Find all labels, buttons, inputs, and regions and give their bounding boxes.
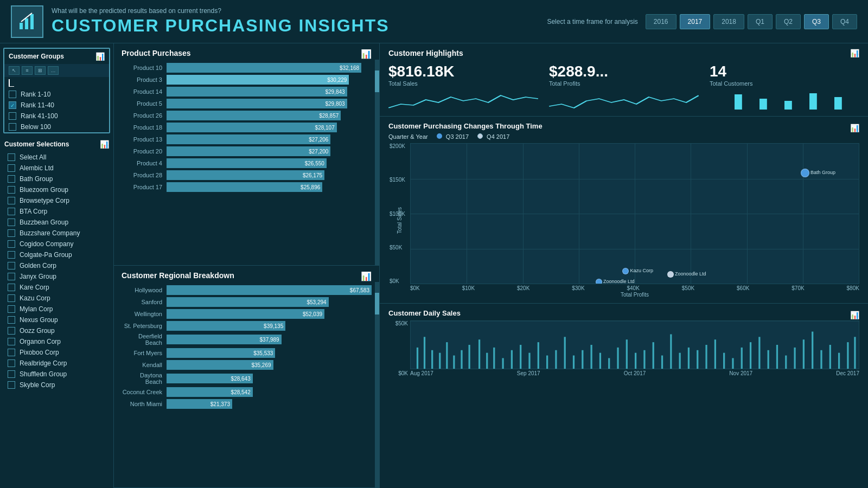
svg-rect-36 [635,353,636,369]
group-below100-item[interactable]: Below 100 [4,121,109,132]
select-all-checkbox[interactable] [8,153,15,161]
product-scrollbar[interactable] [375,60,379,265]
customer-bluezoom-item[interactable]: Bluezoom Group [3,184,110,195]
customer-alembic-checkbox[interactable] [8,164,15,172]
customer-buzzbean-checkbox[interactable] [8,219,15,226]
q4-button[interactable]: Q4 [832,14,857,29]
sidebar: Customer Groups 📊 ↖ ≡ ⊞ … Rank 1-10 Rank… [0,43,114,488]
group-rank41-item[interactable]: Rank 41-100 [4,111,109,121]
customer-skyble-checkbox[interactable] [8,381,15,389]
group-rank41-checkbox[interactable] [9,112,16,120]
customer-bath-item[interactable]: Bath Group [3,174,110,184]
select-all-item[interactable]: Select All [3,152,110,163]
header-title: CUSTOMER PURCHASING INSIGHTS [52,16,547,36]
q3-button[interactable]: Q3 [804,14,829,29]
regional-bar-track: $37,989 [167,335,372,344]
regional-bar-row: Sanford $53,294 [122,297,372,307]
customer-browsetype-checkbox[interactable] [8,197,15,204]
product-purchases-panel: Product Purchases 📊 Product 10 $32,168 P… [114,43,379,266]
customer-bath-label: Bath Group [20,175,53,183]
group-below100-checkbox[interactable] [9,123,16,131]
regional-bar-row: Daytona Beach $28,643 [122,372,372,385]
customer-browsetype-label: Browsetype Corp [20,197,69,204]
group-rank11-item[interactable]: Rank 11-40 [4,100,109,111]
customer-buzzbean-label: Buzzbean Group [20,219,68,226]
product-bar-value: $26,175 [303,172,322,178]
q2-button[interactable]: Q2 [776,14,801,29]
q1-button[interactable]: Q1 [748,14,773,29]
product-scrollbar-thumb[interactable] [375,70,379,92]
product-bar-row: Product 20 $27,200 [122,146,372,156]
customer-pixoboo-item[interactable]: Pixoboo Corp [3,347,110,358]
customer-nexus-checkbox[interactable] [8,316,15,324]
group-rank1-item[interactable]: Rank 1-10 [4,89,109,100]
x-30k: $30K [572,285,584,291]
customer-cogidoo-item[interactable]: Cogidoo Company [3,239,110,249]
customer-kare-item[interactable]: Kare Corp [3,282,110,293]
scatter-dot [667,271,674,278]
year-2016-button[interactable]: 2016 [646,14,676,29]
more-tool[interactable]: … [48,66,59,75]
customer-groups-section: Customer Groups 📊 ↖ ≡ ⊞ … Rank 1-10 Rank… [3,48,110,133]
group-rank11-checkbox[interactable] [9,101,16,109]
customer-colgate-checkbox[interactable] [8,251,15,259]
customer-golden-checkbox[interactable] [8,262,15,269]
customer-pixoboo-checkbox[interactable] [8,349,15,356]
daily-chart-container: $50K $0K [388,320,859,376]
customer-cogidoo-checkbox[interactable] [8,240,15,248]
customer-shuffledn-checkbox[interactable] [8,370,15,378]
customer-bta-item[interactable]: BTA Corp [3,206,110,217]
customer-mylan-item[interactable]: Mylan Corp [3,304,110,314]
customer-organon-checkbox[interactable] [8,338,15,345]
q4-legend: Q4 2017 [477,133,509,140]
customer-browsetype-item[interactable]: Browsetype Corp [3,195,110,206]
customer-alembic-item[interactable]: Alembic Ltd [3,163,110,174]
cursor-row [4,77,109,89]
scatter-chart-inner: $200K $150K $100K $50K $0K [410,143,859,298]
customer-realbridge-item[interactable]: Realbridge Corp [3,358,110,369]
customer-skyble-item[interactable]: Skyble Corp [3,380,110,390]
customer-bath-checkbox[interactable] [8,175,15,183]
customer-mylan-checkbox[interactable] [8,305,15,313]
customer-kazu-checkbox[interactable] [8,294,15,302]
product-bar-row: Product 4 $26,550 [122,158,372,168]
kpi-total-profits: $288.9... Total Profits [549,63,699,111]
customer-golden-item[interactable]: Golden Corp [3,260,110,271]
product-bar-fill: $29,803 [167,99,347,108]
regional-bar-track: $21,373 [167,399,372,409]
cursor-tool[interactable]: ↖ [9,66,20,75]
customer-janyx-checkbox[interactable] [8,273,15,280]
customer-nexus-item[interactable]: Nexus Group [3,314,110,325]
customer-shuffledn-item[interactable]: Shuffledn Group [3,369,110,380]
customer-oozz-item[interactable]: Oozz Group [3,325,110,336]
year-2018-button[interactable]: 2018 [713,14,744,29]
customer-buzzshare-checkbox[interactable] [8,229,15,237]
product-bar-track: $29,803 [167,99,372,108]
x-10k: $10K [462,285,475,291]
customer-oozz-checkbox[interactable] [8,327,15,335]
regional-scrollbar-thumb[interactable] [375,293,379,314]
customer-colgate-item[interactable]: Colgate-Pa Group [3,249,110,260]
eraser-tool[interactable]: ≡ [22,66,33,75]
regional-bar-label: Wellington [122,311,162,317]
customer-realbridge-checkbox[interactable] [8,359,15,367]
svg-rect-29 [573,356,575,369]
product-bar-row: Product 14 $29,843 [122,87,372,97]
customer-bluezoom-checkbox[interactable] [8,186,15,194]
customer-pixoboo-label: Pixoboo Corp [20,349,59,356]
product-bar-label: Product 26 [122,112,162,119]
customer-buzzbean-item[interactable]: Buzzbean Group [3,217,110,228]
customer-buzzshare-item[interactable]: Buzzshare Company [3,228,110,239]
year-2017-button[interactable]: 2017 [680,14,711,29]
regional-scrollbar[interactable] [375,282,379,487]
group-rank1-checkbox[interactable] [9,91,16,98]
customer-kare-checkbox[interactable] [8,284,15,291]
grid-tool[interactable]: ⊞ [35,66,46,75]
customer-kazu-item[interactable]: Kazu Corp [3,293,110,304]
customer-organon-item[interactable]: Organon Corp [3,336,110,347]
svg-rect-46 [723,353,725,369]
customer-bta-checkbox[interactable] [8,208,15,215]
regional-bar-label: Hollywood [122,287,162,293]
customer-janyx-item[interactable]: Janyx Group [3,271,110,282]
svg-rect-61 [854,337,856,369]
